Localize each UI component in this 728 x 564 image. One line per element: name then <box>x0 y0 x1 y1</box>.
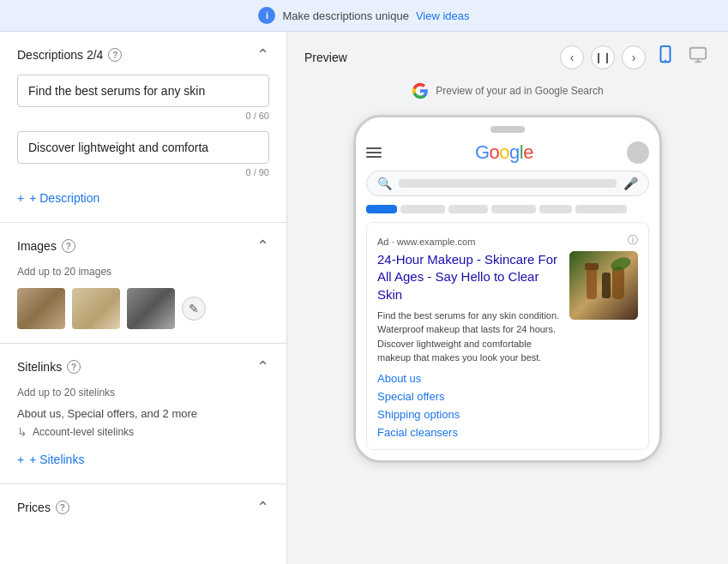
phone-notch <box>490 126 525 133</box>
pencil-icon: ✎ <box>189 302 199 315</box>
images-title: Images ? <box>17 239 75 253</box>
ad-content: 24-Hour Makeup - Skincare For All Ages -… <box>377 251 638 439</box>
ad-card: Ad · www.example.com ⓘ 24-Hour Makeup - … <box>366 222 649 450</box>
google-g-logo <box>412 82 429 99</box>
search-tab-images[interactable] <box>400 205 445 213</box>
svg-rect-6 <box>587 268 597 299</box>
add-sitelinks-plus: + <box>17 453 24 466</box>
preview-pause-button[interactable]: ❙❙ <box>591 45 615 69</box>
descriptions-help-icon[interactable]: ? <box>108 48 122 62</box>
svg-rect-9 <box>612 267 624 299</box>
ad-meta: Ad · www.example.com <box>377 234 475 248</box>
description-input-2[interactable] <box>17 131 269 164</box>
google-menu-bar: Google <box>366 138 649 171</box>
description-field-1-wrapper <box>17 75 269 107</box>
images-help-icon[interactable]: ? <box>62 239 75 253</box>
description-field-2-wrapper <box>17 131 269 164</box>
svg-rect-8 <box>602 273 611 298</box>
add-sitelinks-button[interactable]: + + Sitelinks <box>17 449 84 470</box>
add-sitelinks-label: + Sitelinks <box>29 453 84 466</box>
view-ideas-link[interactable]: View ideas <box>416 9 470 22</box>
images-section: Images ? ⌃ Add up to 20 images ✎ <box>0 223 286 344</box>
ad-label-row: Ad · www.example.com ⓘ <box>377 233 638 248</box>
image-thumb-1[interactable] <box>17 288 65 329</box>
svg-point-1 <box>665 60 666 62</box>
preview-header: Preview ‹ ❙❙ › <box>287 32 728 82</box>
prices-collapse-icon[interactable]: ⌃ <box>256 498 269 517</box>
sitelinks-description: About us, Special offers, and 2 more <box>17 407 269 420</box>
image-thumb-2[interactable] <box>72 288 120 329</box>
ad-info-icon[interactable]: ⓘ <box>628 233 638 248</box>
sitelinks-section: Sitelinks ? ⌃ Add up to 20 sitelinks Abo… <box>0 344 286 484</box>
desktop-device-icon[interactable] <box>685 42 711 72</box>
mobile-device-icon[interactable] <box>653 42 678 72</box>
search-tab-all[interactable] <box>366 205 397 213</box>
descriptions-title: Descriptions 2/4 ? <box>17 48 122 62</box>
account-level-sitelinks: ↳ Account-level sitelinks <box>17 425 269 439</box>
prices-help-icon[interactable]: ? <box>56 501 69 514</box>
prices-header: Prices ? ⌃ <box>17 498 269 517</box>
ad-product-image <box>569 251 638 320</box>
preview-title: Preview <box>304 51 347 64</box>
ad-image-svg <box>569 251 638 320</box>
images-edit-icon[interactable]: ✎ <box>182 297 206 321</box>
preview-controls: ‹ ❙❙ › <box>560 42 711 72</box>
ad-badge: Ad · <box>377 237 397 247</box>
google-letter-o1: o <box>490 141 500 163</box>
google-user-avatar[interactable] <box>627 141 649 164</box>
sitelinks-help-icon[interactable]: ? <box>67 360 81 374</box>
google-letter-e: e <box>523 141 533 163</box>
description-2-char-count: 0 / 90 <box>17 167 269 177</box>
ad-headline[interactable]: 24-Hour Makeup - Skincare For All Ages -… <box>377 251 561 303</box>
google-search-bar[interactable]: 🔍 🎤 <box>366 171 649 196</box>
main-content: Descriptions 2/4 ? ⌃ 0 / 60 0 / 90 + + D… <box>0 32 728 564</box>
descriptions-header: Descriptions 2/4 ? ⌃ <box>17 45 269 64</box>
ad-sitelink-3[interactable]: Shipping options <box>377 408 561 421</box>
account-level-label: Account-level sitelinks <box>33 426 134 438</box>
sitelinks-header: Sitelinks ? ⌃ <box>17 357 269 376</box>
ad-sitelinks: About us Special offers Shipping options… <box>377 372 561 439</box>
add-description-plus: + <box>17 191 24 205</box>
search-tab-news[interactable] <box>448 205 488 213</box>
ad-text-area: 24-Hour Makeup - Skincare For All Ages -… <box>377 251 561 439</box>
ad-sitelink-1[interactable]: About us <box>377 372 561 385</box>
ad-sitelink-2[interactable]: Special offers <box>377 390 561 403</box>
descriptions-collapse-icon[interactable]: ⌃ <box>256 45 269 64</box>
images-collapse-icon[interactable]: ⌃ <box>256 237 269 255</box>
preview-hint-text: Preview of your ad in Google Search <box>436 85 603 97</box>
prices-title: Prices ? <box>17 501 69 514</box>
google-logo: Google <box>475 141 533 164</box>
search-tab-videos[interactable] <box>491 205 536 213</box>
right-panel: Preview ‹ ❙❙ › Preview of your ad in <box>287 32 728 564</box>
sitelinks-collapse-icon[interactable]: ⌃ <box>256 357 269 376</box>
microphone-icon[interactable]: 🎤 <box>623 177 638 190</box>
svg-rect-2 <box>690 48 706 59</box>
add-description-button[interactable]: + + Description <box>17 188 99 208</box>
phone-container: Google 🔍 🎤 <box>287 106 728 564</box>
images-subtitle: Add up to 20 images <box>17 266 269 278</box>
add-description-label: + Description <box>29 191 99 205</box>
search-tab-tools[interactable] <box>575 205 627 213</box>
search-bar-content <box>399 179 617 188</box>
description-input-1[interactable] <box>17 75 269 107</box>
preview-next-button[interactable]: › <box>622 45 646 69</box>
hamburger-menu-icon[interactable] <box>366 147 382 158</box>
google-search-area: Google 🔍 🎤 <box>356 138 659 460</box>
ad-display-url: www.example.com <box>397 237 476 247</box>
search-tabs-row <box>366 205 649 213</box>
svg-rect-7 <box>585 263 599 270</box>
prices-section: Prices ? ⌃ <box>0 484 286 541</box>
info-icon: i <box>258 7 275 24</box>
description-1-char-count: 0 / 60 <box>17 111 269 121</box>
google-letter-g2: g <box>509 141 520 163</box>
sitelinks-title: Sitelinks ? <box>17 360 81 374</box>
search-magnify-icon: 🔍 <box>377 177 392 190</box>
google-letter-g: G <box>475 141 490 163</box>
image-thumb-3[interactable] <box>127 288 175 329</box>
search-tab-more[interactable] <box>539 205 572 213</box>
sitelinks-subtitle: Add up to 20 sitelinks <box>17 387 269 399</box>
preview-prev-button[interactable]: ‹ <box>560 45 584 69</box>
ad-sitelink-4[interactable]: Facial cleansers <box>377 426 561 439</box>
phone-mockup: Google 🔍 🎤 <box>353 115 662 463</box>
notification-message: Make descriptions unique <box>282 9 408 22</box>
